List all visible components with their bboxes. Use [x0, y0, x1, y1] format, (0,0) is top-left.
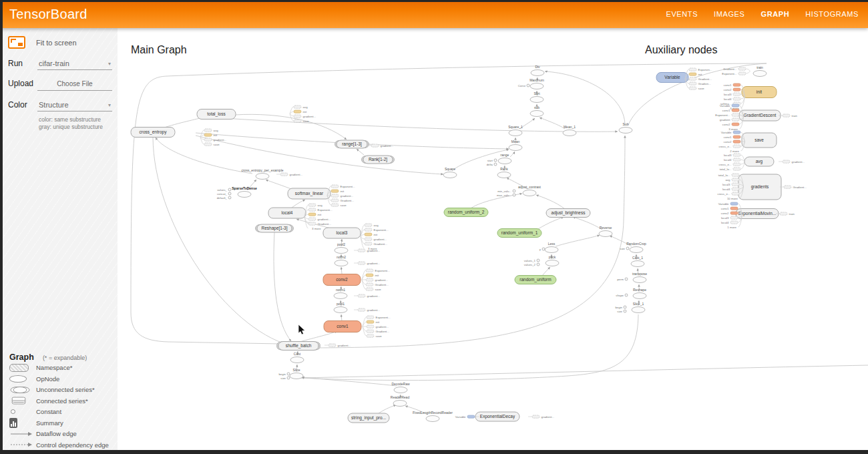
run-select[interactable]: cifar-train ▾: [37, 58, 112, 70]
graph-op-fixedlengthrecordreader[interactable]: FixedLengthRecordReader: [413, 411, 453, 422]
legend-title: Graph: [9, 353, 34, 362]
graph-const[interactable]: default_: [217, 196, 231, 200]
graph-const[interactable]: size: [620, 247, 629, 250]
svg-text:2 more: 2 more: [730, 150, 739, 153]
graph-op-maximum[interactable]: Maximum: [529, 78, 544, 89]
graph-op-sqrt[interactable]: Sqrt: [530, 91, 544, 103]
graph-op-square[interactable]: Square: [443, 167, 457, 178]
color-select[interactable]: Structure ▾: [37, 99, 112, 111]
svg-text:ExponentialDecay: ExponentialDecay: [480, 414, 515, 419]
graph-node-random_uniform_1[interactable]: random_uniform_1: [497, 229, 541, 238]
graph-op-readerread[interactable]: ReaderRead: [391, 395, 410, 407]
tab-histograms[interactable]: HISTOGRAMS: [805, 10, 859, 18]
graph-canvas[interactable]: total_losscross_entropyrange[1-3]Rank[1-…: [0, 0, 868, 454]
graph-node-total_loss[interactable]: total_loss: [197, 109, 236, 120]
graph-op-cast-1[interactable]: Cast_1: [631, 256, 644, 267]
svg-text:save: save: [376, 334, 383, 338]
svg-text:save: save: [375, 288, 382, 291]
graph-node-adjust_brightness[interactable]: adjust_brightness: [546, 209, 590, 218]
graph-op-reshape[interactable]: Reshape: [633, 288, 646, 299]
graph-op-less[interactable]: Less: [545, 242, 558, 253]
choose-file-button[interactable]: Choose File: [37, 79, 112, 91]
graph-node-aux_avg[interactable]: avg: [744, 157, 774, 166]
graph-op-norm2[interactable]: norm2: [335, 255, 348, 266]
graph-op-slice-1[interactable]: Slice_1: [632, 302, 645, 313]
graph-op-rank[interactable]: Rank: [497, 167, 511, 178]
graph-node-range_1_3[interactable]: range[1-3]: [335, 140, 369, 148]
graph-node-softmax_linear[interactable]: softmax_linear: [288, 188, 331, 199]
tab-events[interactable]: EVENTS: [666, 10, 698, 18]
graph-const[interactable]: delta: [487, 163, 497, 166]
graph-op-mean-1[interactable]: Mean_1: [563, 125, 576, 136]
graph-const[interactable]: y: [539, 248, 545, 251]
graph-const[interactable]: values_: [217, 188, 231, 192]
graph-const[interactable]: start: [487, 159, 497, 162]
chevron-down-icon: ▾: [108, 102, 111, 108]
graph-node-conv1[interactable]: conv1: [324, 321, 361, 332]
graph-op-cast[interactable]: Cast: [290, 352, 304, 363]
graph-op-range[interactable]: range: [498, 153, 511, 164]
graph-node-shuffle_batch[interactable]: shuffle_batch: [277, 342, 320, 351]
graph-fan: gradient...: [354, 308, 380, 312]
graph-node-aux_exp_moving[interactable]: ExponentialMovin...: [736, 209, 779, 219]
graph-node-aux_gradient_descent[interactable]: GradientDescent: [739, 110, 781, 121]
graph-node-exponential_decay[interactable]: ExponentialDecay: [475, 412, 519, 421]
graph-op-pack[interactable]: pack: [546, 255, 559, 266]
graph-const[interactable]: max_valu...: [497, 194, 515, 197]
graph-node-local4[interactable]: local4: [268, 208, 306, 218]
graph-node-random_uniform[interactable]: random_uniform: [515, 276, 556, 284]
graph-node-reshape_1_3[interactable]: Reshape[1-3]: [256, 224, 294, 232]
svg-text:init: init: [341, 190, 345, 193]
graph-const[interactable]: size: [280, 377, 290, 380]
graph-op-slice[interactable]: Slice: [290, 368, 303, 379]
graph-const[interactable]: values_1: [524, 259, 539, 262]
graph-node-cross_entropy[interactable]: cross_entropy: [131, 128, 175, 138]
graph-op-sparsetodense[interactable]: SparseToDense: [232, 186, 257, 198]
graph-fan: Exponent...initgradient...Gradient...sav…: [363, 316, 391, 338]
svg-text:concat_: concat_: [217, 192, 228, 196]
graph-op-pool2[interactable]: pool2: [335, 242, 348, 254]
graph-const[interactable]: Const: [518, 84, 529, 87]
summary-icon: [9, 418, 36, 428]
graph-op-randomcrop[interactable]: RandomCrop: [626, 242, 646, 253]
graph-op-adjust-contrast[interactable]: adjust_contrast: [518, 185, 541, 196]
graph-node-aux_save[interactable]: save: [742, 133, 777, 148]
graph-node-aux_gradients[interactable]: gradients: [738, 174, 781, 200]
svg-text:init: init: [376, 320, 380, 324]
graph-op-sub[interactable]: sub: [530, 105, 544, 117]
tab-graph[interactable]: GRAPH: [761, 10, 790, 18]
graph-const[interactable]: concat_: [217, 192, 231, 196]
svg-text:total_loss: total_loss: [207, 111, 226, 117]
graph-op-sub[interactable]: Sub: [619, 122, 632, 134]
tab-images[interactable]: IMAGES: [714, 10, 744, 18]
graph-op-pool1[interactable]: pool1: [334, 302, 347, 313]
fit-to-screen-icon[interactable]: [8, 36, 25, 49]
svg-text:shape: shape: [616, 294, 624, 297]
graph-node-local3[interactable]: local3: [323, 228, 361, 238]
graph-const[interactable]: values_2: [524, 263, 539, 266]
svg-text:Const: Const: [518, 84, 526, 87]
graph-node-conv2[interactable]: conv2: [323, 274, 361, 286]
svg-text:10 more: 10 more: [727, 197, 738, 200]
graph-op-mean[interactable]: Mean: [509, 140, 522, 151]
graph-node-random_uniform_2[interactable]: random_uniform_2: [444, 208, 488, 217]
graph-const[interactable]: shape: [616, 294, 628, 297]
graph-op-reverse[interactable]: Reverse: [599, 226, 612, 237]
graph-node-aux_variable[interactable]: Variable: [656, 73, 688, 83]
graph-const[interactable]: size: [617, 310, 626, 313]
graph-op-transpose[interactable]: transpose: [632, 272, 647, 283]
graph-op-decoderaw[interactable]: DecodeRaw: [391, 382, 410, 393]
graph-const[interactable]: begin: [615, 306, 626, 309]
upload-label: Upload: [8, 79, 37, 88]
graph-op-norm1[interactable]: norm1: [334, 288, 347, 299]
graph-node-rank_1_2[interactable]: Rank[1-2]: [362, 156, 395, 164]
svg-text:gradient...: gradient...: [367, 262, 381, 265]
graph-op-div[interactable]: Div: [531, 65, 544, 76]
graph-node-aux_init[interactable]: init: [742, 87, 777, 98]
graph-const[interactable]: begin: [278, 373, 290, 376]
graph-node-string_input[interactable]: string_input_pro...: [348, 413, 389, 423]
graph-const[interactable]: min_valu...: [497, 190, 515, 193]
graph-op-train[interactable]: train: [753, 65, 767, 77]
graph-const[interactable]: perm: [617, 278, 628, 281]
graph-op-cross-entropy-per-example[interactable]: cross_entropy_per_example: [241, 168, 283, 180]
